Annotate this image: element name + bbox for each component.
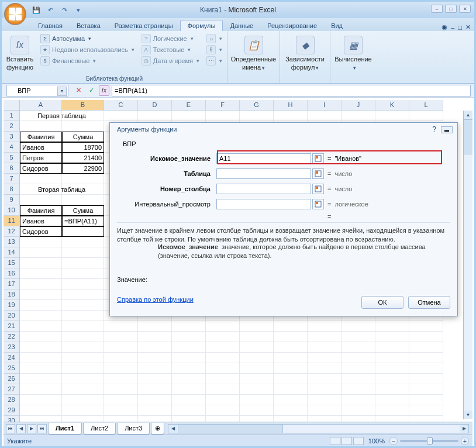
cancel-button[interactable]: Отмена [408, 296, 450, 309]
range-picker-icon[interactable] [312, 184, 324, 194]
cell[interactable] [62, 226, 104, 237]
formula-input[interactable]: =ВПР(A11) [112, 85, 471, 97]
qat-customize-icon[interactable]: ▾ [74, 5, 83, 15]
scroll-down-icon[interactable]: ▼ [464, 411, 472, 419]
math-menu[interactable]: θ [205, 44, 223, 55]
enter-formula-icon[interactable]: ✓ [86, 85, 96, 96]
cell[interactable]: Вторая таблица [20, 184, 104, 195]
office-button[interactable] [4, 3, 26, 25]
row-header[interactable]: 26 [4, 374, 20, 384]
row-header[interactable]: 7 [4, 174, 20, 184]
select-all-corner[interactable] [4, 100, 20, 111]
sheet-nav-prev-icon[interactable]: ◀ [16, 424, 26, 433]
view-normal-icon[interactable] [330, 437, 340, 445]
datetime-menu[interactable]: ◷Дата и время [140, 56, 201, 66]
ok-button[interactable]: ОК [361, 296, 403, 309]
row-header[interactable]: 19 [4, 300, 20, 311]
sheet-tab[interactable]: Лист3 [117, 423, 150, 435]
formula-auditing-button[interactable]: ◆ Зависимости формул [286, 33, 325, 71]
row-header[interactable]: 9 [4, 195, 20, 205]
view-break-icon[interactable] [353, 437, 364, 445]
row-header[interactable]: 23 [4, 342, 20, 353]
row-header[interactable]: 22 [4, 332, 20, 342]
text-menu[interactable]: AТекстовые [140, 44, 201, 55]
range-picker-icon[interactable] [312, 153, 324, 164]
col-header[interactable]: F [206, 100, 240, 111]
zoom-in-icon[interactable]: + [461, 437, 469, 445]
row-header[interactable]: 5 [4, 153, 20, 163]
financial-menu[interactable]: $Финансовые [39, 56, 136, 66]
cell[interactable]: Сумма [62, 132, 104, 142]
tab-review[interactable]: Рецензирование [260, 20, 324, 31]
row-header[interactable]: 4 [4, 142, 20, 153]
row-header[interactable]: 13 [4, 237, 20, 247]
cancel-formula-icon[interactable]: ✕ [73, 85, 84, 96]
redo-icon[interactable]: ↷ [60, 5, 69, 15]
col-header[interactable]: D [138, 100, 172, 111]
zoom-slider[interactable] [400, 440, 458, 442]
lookup-menu[interactable]: ⌕ [205, 33, 223, 44]
row-header[interactable]: 28 [4, 395, 20, 405]
sheet-nav-first-icon[interactable]: ⏮ [6, 424, 15, 433]
arg-input-lookup[interactable]: A11 [216, 153, 311, 164]
minimize-icon[interactable]: – [431, 5, 443, 13]
undo-icon[interactable]: ↶ [46, 5, 55, 15]
cell[interactable]: 18700 [62, 142, 104, 153]
view-layout-icon[interactable] [342, 437, 352, 445]
cell[interactable]: Сидоров [20, 163, 62, 174]
cell[interactable]: Сумма [62, 205, 104, 216]
cell[interactable]: 22900 [62, 163, 104, 174]
row-header[interactable]: 10 [4, 205, 20, 216]
row-header[interactable]: 14 [4, 247, 20, 258]
autosum-menu[interactable]: ΣАвтосумма [39, 33, 136, 44]
col-header[interactable]: I [308, 100, 342, 111]
cell[interactable]: Петров [20, 153, 62, 163]
maximize-icon[interactable]: □ [445, 5, 457, 13]
col-header[interactable]: H [274, 100, 308, 111]
row-header[interactable]: 8 [4, 184, 20, 195]
cell[interactable]: 21400 [62, 153, 104, 163]
cell[interactable]: Иванов [20, 216, 62, 226]
tab-layout[interactable]: Разметка страницы [108, 20, 180, 31]
col-header[interactable]: K [375, 100, 409, 111]
cell[interactable]: Фамилия [20, 205, 62, 216]
arg-input-range[interactable] [216, 199, 311, 209]
col-header[interactable]: C [104, 100, 138, 111]
zoom-out-icon[interactable]: − [389, 437, 398, 445]
row-header[interactable]: 17 [4, 279, 20, 290]
scroll-right-icon[interactable]: ▶ [460, 425, 468, 433]
row-header[interactable]: 2 [4, 121, 20, 132]
tab-home[interactable]: Главная [31, 20, 70, 31]
sheet-nav-last-icon[interactable]: ⏭ [37, 424, 47, 433]
col-header[interactable]: B [62, 100, 104, 111]
hscroll-thumb[interactable] [178, 425, 283, 433]
more-menu[interactable]: ⋯ [205, 56, 223, 66]
inner-restore-icon[interactable]: □ [458, 24, 462, 31]
cell[interactable]: Иванов [20, 142, 62, 153]
sheet-nav-next-icon[interactable]: ▶ [27, 424, 36, 433]
recent-menu[interactable]: ★Недавно использовались [39, 44, 136, 55]
dialog-help-icon[interactable]: ? [432, 125, 436, 133]
col-header[interactable]: E [172, 100, 206, 111]
tab-formulas[interactable]: Формулы [180, 20, 223, 31]
row-header[interactable]: 29 [4, 405, 20, 416]
row-header[interactable]: 27 [4, 384, 20, 395]
tab-view[interactable]: Вид [324, 20, 350, 31]
row-header[interactable]: 15 [4, 258, 20, 268]
calculation-button[interactable]: ▦ Вычисление [334, 33, 372, 71]
cell[interactable]: Фамилия [20, 132, 62, 142]
row-header[interactable]: 18 [4, 290, 20, 300]
dialog-close-icon[interactable]: ▬ [441, 126, 453, 133]
row-header[interactable]: 11 [4, 216, 20, 226]
cell[interactable]: Сидоров [20, 226, 62, 237]
range-picker-icon[interactable] [312, 199, 324, 209]
zoom-handle[interactable] [427, 437, 433, 444]
tab-insert[interactable]: Вставка [70, 20, 108, 31]
row-header[interactable]: 16 [4, 268, 20, 279]
col-header[interactable]: A [20, 100, 62, 111]
defined-names-button[interactable]: 📋 Определенные имена [234, 33, 273, 71]
insert-function-button[interactable]: fx Вставить функцию [5, 33, 35, 71]
scroll-left-icon[interactable]: ◀ [168, 425, 177, 433]
cell[interactable]: Первая таблица [20, 111, 104, 121]
arg-input-col[interactable] [216, 184, 311, 194]
